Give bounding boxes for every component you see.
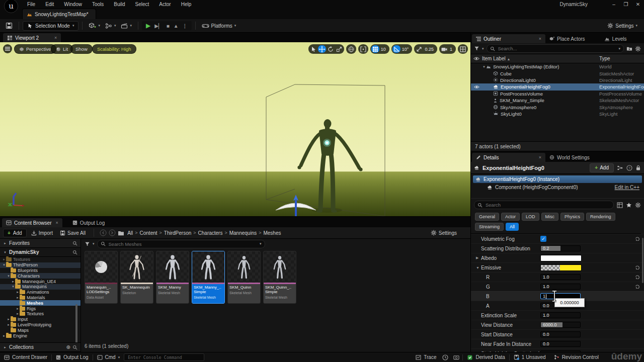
menu-select[interactable]: Select: [130, 0, 154, 9]
content-drawer-button[interactable]: Content Drawer: [0, 352, 51, 362]
expand-caret[interactable]: ▾: [2, 263, 6, 267]
skip-button[interactable]: ▶▏: [154, 23, 162, 29]
maximize-viewport-icon[interactable]: [459, 45, 467, 53]
chevron-down-icon[interactable]: ▾: [93, 242, 95, 246]
breadcrumb-content[interactable]: Content: [139, 230, 158, 236]
content-browser-tab[interactable]: Content Browser ×: [2, 218, 62, 227]
display-options-icon[interactable]: [617, 202, 623, 208]
camera-speed-icon[interactable]: [440, 45, 448, 53]
filter-funnel-icon[interactable]: [85, 241, 90, 247]
select-tool[interactable]: [309, 45, 317, 53]
back-icon[interactable]: [100, 229, 107, 236]
grid-snap-value[interactable]: 10: [380, 47, 388, 52]
asset-tile-3[interactable]: SKM_MannySkeletal Mesh: [156, 251, 189, 304]
asset-tile-5[interactable]: SKM_QuinnSkeletal Mesh: [227, 251, 261, 304]
type-column[interactable]: Type: [599, 56, 610, 61]
expand-caret[interactable]: ▸: [11, 280, 15, 284]
tree-item-characters[interactable]: ▾Characters: [0, 273, 80, 279]
expand-caret[interactable]: ▾: [7, 274, 11, 278]
root-folder-row[interactable]: ▾ DynamicSky: [0, 248, 80, 257]
color-swatch[interactable]: [540, 264, 582, 271]
chevron-down-icon[interactable]: ▾: [618, 47, 620, 51]
outliner-row[interactable]: SKM_Manny_SimpleSkeletalMeshActor: [471, 97, 644, 104]
details-search[interactable]: [474, 201, 614, 209]
console-command-input-wrap[interactable]: [124, 353, 204, 361]
expand-caret[interactable]: ▸: [16, 312, 20, 316]
add-collection-icon[interactable]: ⊕: [66, 344, 70, 350]
outliner-row[interactable]: SkyLight0SkyLight: [471, 111, 644, 117]
breadcrumb-thirdperson[interactable]: ThirdPerson: [163, 230, 192, 236]
import-button[interactable]: Import: [29, 229, 55, 237]
levels-tab[interactable]: Levels: [600, 34, 631, 43]
breadcrumb-characters[interactable]: Characters: [197, 230, 224, 236]
search-icon[interactable]: [72, 241, 77, 246]
world-space-icon[interactable]: [347, 45, 355, 53]
output-log-button[interactable]: Output Log: [52, 352, 92, 362]
perspective-dropdown[interactable]: Perspective: [14, 44, 56, 54]
property-field[interactable]: 1.0: [540, 312, 581, 318]
asset-search[interactable]: ▾: [97, 240, 265, 248]
filter-chip-misc[interactable]: Misc: [541, 213, 559, 221]
filter-chip-all[interactable]: All: [506, 223, 519, 231]
asset-search-input[interactable]: [108, 241, 258, 247]
chevron-down-icon[interactable]: ▾: [260, 242, 262, 246]
cb-settings-button[interactable]: Settings: [428, 228, 459, 237]
breadcrumb-meshes[interactable]: Meshes: [262, 230, 282, 236]
close-button[interactable]: ✕: [632, 1, 644, 8]
expand-caret[interactable]: ▸: [16, 296, 20, 300]
expand-caret[interactable]: ▸: [2, 257, 6, 261]
viewport-options-button[interactable]: [3, 44, 12, 53]
rotation-snap-icon[interactable]: [392, 45, 400, 53]
add-actor-dropdown[interactable]: ▾: [86, 21, 103, 31]
insights-icon[interactable]: [442, 354, 448, 360]
stop-button[interactable]: ■: [167, 23, 170, 29]
outliner-row[interactable]: PostProcessVolumePostProcessVolume: [471, 90, 644, 97]
menu-build[interactable]: Build: [109, 0, 130, 9]
outliner-row[interactable]: CubeStaticMeshActor: [471, 70, 644, 76]
eye-icon[interactable]: [471, 56, 482, 61]
menu-help[interactable]: Help: [176, 0, 197, 9]
camera-speed-value[interactable]: 1: [449, 47, 455, 52]
asset-tile-1[interactable]: Mannequin_.. LODSettingsData Asset: [85, 251, 118, 304]
tree-item-mannequin_ue4[interactable]: ▸Mannequin_UE4: [0, 279, 80, 284]
chevron-down-icon[interactable]: ▾: [482, 47, 484, 51]
tree-item-blueprints[interactable]: Blueprints: [0, 268, 80, 274]
show-dropdown[interactable]: Show: [70, 44, 93, 54]
outliner-row[interactable]: ▾SnowyLightingTestMap (Editor)World: [471, 63, 644, 70]
filter-chip-actor[interactable]: Actor: [501, 213, 520, 221]
help-icon[interactable]: ?: [626, 165, 632, 171]
component-instance-row[interactable]: ExponentialHeightFog0 (Instance): [473, 175, 642, 183]
outliner-row[interactable]: ExponentialHeightFog0ExponentialHeightFo…: [471, 83, 644, 90]
platforms-dropdown[interactable]: Platforms ▾: [199, 21, 239, 30]
tree-item-materials[interactable]: ▸Materials: [0, 295, 80, 301]
color-swatch[interactable]: [540, 255, 582, 261]
console-command-input[interactable]: [127, 354, 201, 360]
derived-data-button[interactable]: Derived Data: [463, 352, 509, 362]
property-slider[interactable]: 0.2: [540, 245, 581, 251]
screenshot-icon[interactable]: [453, 354, 459, 360]
details-tab[interactable]: Details ×: [472, 153, 545, 162]
place-actors-tab[interactable]: Place Actors: [545, 34, 589, 43]
details-search-input[interactable]: [485, 202, 610, 208]
property-slider[interactable]: 6000.0: [540, 322, 581, 328]
reset-to-default-icon[interactable]: [635, 265, 640, 270]
expand-caret[interactable]: ▸: [2, 334, 6, 338]
cmd-dropdown[interactable]: Cmd ▾: [93, 352, 124, 362]
blueprint-convert-icon[interactable]: [617, 165, 623, 171]
play-button[interactable]: ▶: [146, 22, 150, 29]
close-icon[interactable]: ×: [54, 35, 57, 40]
blueprints-dropdown[interactable]: ▾: [103, 21, 119, 31]
trace-button[interactable]: Trace: [412, 352, 440, 362]
asset-tile-2[interactable]: SK_MannequinSkeleton: [120, 251, 153, 304]
tree-item-textures[interactable]: ▸Textures: [0, 311, 80, 317]
search-icon[interactable]: [72, 345, 77, 350]
gear-icon[interactable]: [635, 46, 641, 52]
reset-to-default-icon[interactable]: [635, 236, 640, 242]
cinematics-dropdown[interactable]: ▾: [118, 21, 134, 31]
tree-item-maps[interactable]: Maps: [0, 327, 80, 333]
scale-tool[interactable]: [335, 45, 343, 53]
unsaved-button[interactable]: 1 Unsaved: [510, 352, 550, 362]
menu-file[interactable]: File: [22, 0, 40, 9]
viewport-canvas[interactable]: Perspective Lit Show Scalability: High 1…: [0, 42, 470, 216]
move-tool[interactable]: [318, 45, 326, 53]
